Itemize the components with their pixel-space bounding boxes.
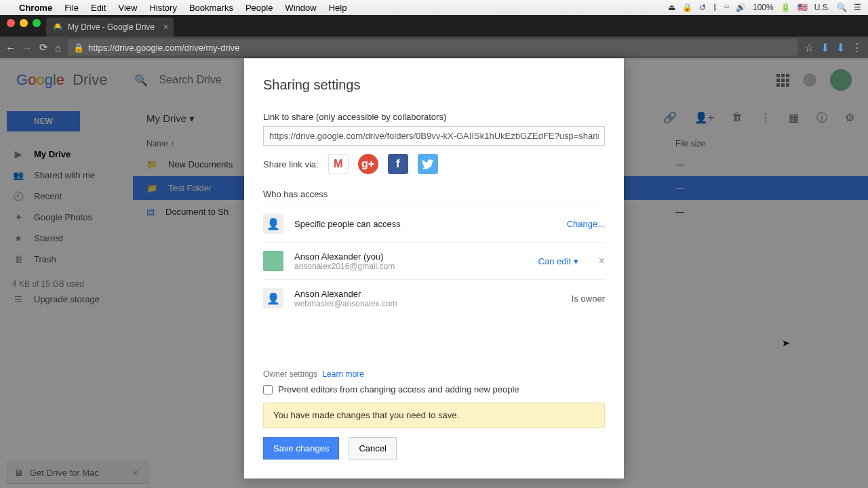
person-name: Anson Alexander <box>294 289 561 299</box>
permission-label: Is owner <box>572 293 605 304</box>
close-tab-icon[interactable]: × <box>163 22 168 32</box>
remove-person-icon[interactable]: × <box>599 255 605 267</box>
share-link-input[interactable] <box>263 126 605 146</box>
person-icon: 👤 <box>263 214 283 234</box>
back-icon[interactable]: ← <box>5 42 16 54</box>
browser-tab[interactable]: My Drive - Google Drive × <box>46 18 174 37</box>
who-has-access-title: Who has access <box>263 189 605 199</box>
close-window[interactable] <box>7 19 15 27</box>
secure-lock-icon: 🔒 <box>73 43 84 53</box>
unsaved-changes-toast: You have made changes that you need to s… <box>263 403 605 428</box>
chrome-tabstrip: My Drive - Google Drive × <box>0 15 868 37</box>
wifi-icon[interactable]: ⌔ <box>724 3 729 12</box>
mac-menubar: Chrome File Edit View History Bookmarks … <box>0 0 868 15</box>
googleplus-icon[interactable]: g+ <box>358 154 378 174</box>
avatar-icon <box>263 251 283 271</box>
reload-icon[interactable]: ⟳ <box>39 41 48 54</box>
input-locale: U.S. <box>814 3 830 12</box>
facebook-icon[interactable]: f <box>388 154 408 174</box>
battery-icon[interactable]: 🔋 <box>781 3 791 12</box>
menu-bookmarks[interactable]: Bookmarks <box>189 3 233 13</box>
access-person-row: Anson Alexander (you) ansonalex2016@gmai… <box>263 242 605 279</box>
address-bar[interactable]: 🔒 https://drive.google.com/drive/my-driv… <box>68 39 797 56</box>
cancel-button[interactable]: Cancel <box>349 437 396 460</box>
chrome-menu-icon[interactable]: ⋮ <box>852 41 863 54</box>
link-label: Link to share (only accessible by collab… <box>263 112 605 122</box>
star-icon[interactable]: ☆ <box>804 41 814 54</box>
permission-dropdown[interactable]: Can edit ▾ <box>538 256 578 266</box>
menu-edit[interactable]: Edit <box>91 3 106 13</box>
window-controls <box>4 19 46 33</box>
access-general-label: Specific people can access <box>294 219 556 229</box>
access-general-row: 👤 Specific people can access Change... <box>263 205 605 242</box>
active-app[interactable]: Chrome <box>19 3 52 13</box>
person-icon: 👤 <box>263 288 283 308</box>
menu-view[interactable]: View <box>118 3 137 13</box>
save-changes-button[interactable]: Save changes <box>263 437 339 460</box>
url-text: https://drive.google.com/drive/my-drive <box>88 43 239 53</box>
prevent-editors-checkbox[interactable]: Prevent editors from changing access and… <box>263 384 605 394</box>
flag-icon[interactable]: 🇺🇸 <box>797 3 808 12</box>
zoom-window[interactable] <box>33 19 41 27</box>
learn-more-link[interactable]: Learn more <box>322 369 363 379</box>
menu-file[interactable]: File <box>64 3 79 13</box>
share-via-row: Share link via: M g+ f <box>263 154 605 174</box>
menu-window[interactable]: Window <box>285 3 316 13</box>
menu-help[interactable]: Help <box>329 3 347 13</box>
checkbox-input[interactable] <box>263 385 273 394</box>
battery-percent: 100% <box>753 3 774 12</box>
volume-icon[interactable]: 🔊 <box>736 3 746 12</box>
gmail-icon[interactable]: M <box>328 154 349 174</box>
chrome-toolbar: ← → ⟳ ⌂ 🔒 https://drive.google.com/drive… <box>0 37 868 58</box>
download-icon[interactable]: ⬇ <box>821 41 829 54</box>
minimize-window[interactable] <box>20 19 28 27</box>
spotlight-icon[interactable]: 🔍 <box>837 3 847 12</box>
tab-title: My Drive - Google Drive <box>68 22 155 32</box>
download-icon-2[interactable]: ⬇ <box>836 41 845 54</box>
timemachine-icon[interactable]: ↺ <box>699 3 706 12</box>
twitter-icon[interactable] <box>418 154 438 174</box>
lock-icon[interactable]: 🔒 <box>682 3 692 12</box>
share-via-label: Share link via: <box>263 159 319 169</box>
system-tray: ⏏ 🔒 ↺ ᛒ ⌔ 🔊 100% 🔋 🇺🇸 U.S. 🔍 ☰ <box>668 3 861 12</box>
person-email: ansonalex2016@gmail.com <box>294 262 528 271</box>
sharing-settings-modal: Sharing settings Link to share (only acc… <box>244 58 624 479</box>
person-email: webmaster@ansonalex.com <box>294 299 561 308</box>
menu-icon[interactable]: ☰ <box>854 3 861 12</box>
menu-people[interactable]: People <box>245 3 273 13</box>
change-access-link[interactable]: Change... <box>567 219 605 229</box>
checkbox-label: Prevent editors from changing access and… <box>278 384 519 394</box>
access-person-row: 👤 Anson Alexander webmaster@ansonalex.co… <box>263 279 605 317</box>
forward-icon[interactable]: → <box>22 42 33 54</box>
person-name: Anson Alexander (you) <box>294 251 528 262</box>
drive-page: Google Drive 🔍 Search Drive NEW ▶My Driv… <box>0 58 868 488</box>
airplay-icon[interactable]: ⏏ <box>668 3 675 12</box>
bluetooth-icon[interactable]: ᛒ <box>713 3 717 12</box>
drive-favicon-icon <box>53 22 62 32</box>
owner-settings-line: Owner settings Learn more <box>263 369 605 379</box>
menu-history[interactable]: History <box>149 3 176 13</box>
modal-title: Sharing settings <box>263 77 605 93</box>
home-icon[interactable]: ⌂ <box>55 42 61 54</box>
